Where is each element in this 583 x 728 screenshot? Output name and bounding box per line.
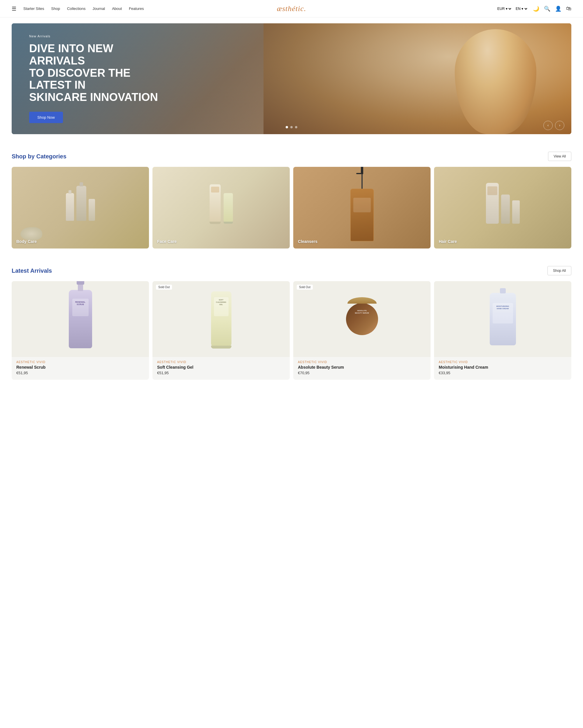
tube-label (211, 187, 219, 192)
body-care-label: Body Care (16, 239, 37, 244)
tube-cap-1 (210, 222, 221, 224)
soft-cleansing-gel-image: Sold Out SOFTCLEANSINGGEL (152, 281, 290, 357)
hair-care-label: Hair Care (439, 239, 457, 244)
product-absolute-beauty-serum[interactable]: Sold Out ABSOLUTEBEAUTY SERUM AESTHETIC … (293, 281, 431, 380)
hero-prev-arrow[interactable]: ‹ (543, 121, 553, 130)
hair-bottle-1 (486, 183, 499, 224)
soft-cleansing-gel-brand: AESTHETIC VIVID (157, 361, 285, 364)
hero-cta-button[interactable]: Shop Now (29, 112, 63, 123)
nav-link-starter-sites[interactable]: Starter Sites (23, 6, 44, 11)
cream-label: MOISTURIZINGHAND CREAM (493, 303, 513, 323)
absolute-beauty-serum-price: €70,95 (298, 371, 426, 375)
moisturising-hand-cream-bottle: MOISTURIZINGHAND CREAM (490, 293, 516, 345)
pump-arm (356, 173, 362, 174)
hero-dot-1[interactable] (286, 126, 288, 128)
renewal-scrub-price: €51,95 (16, 371, 144, 375)
hair-bottle-3 (512, 200, 520, 224)
hair-care-bottles (486, 183, 520, 232)
currency-select[interactable]: EUR ▾ USD ▾ GBP ▾ (496, 6, 512, 11)
currency-language-selector: EUR ▾ USD ▾ GBP ▾ EN ▾ FR ▾ DE ▾ (496, 6, 528, 11)
moisturising-hand-cream-price: €33,95 (439, 371, 567, 375)
absolute-beauty-serum-info: AESTHETIC VIVID Absolute Beauty Serum €7… (293, 357, 431, 375)
face-care-bottles (210, 184, 233, 231)
hero-content: New Arrivals DIVE INTO NEW ARRIVALSTO DI… (12, 23, 181, 134)
search-icon[interactable]: 🔍 (544, 5, 550, 12)
bottle-1 (66, 193, 74, 221)
category-hair-care[interactable]: Hair Care (434, 167, 571, 249)
cleanser-bottle (351, 167, 374, 249)
arrivals-shop-all-button[interactable]: Shop All (548, 266, 571, 275)
category-body-care[interactable]: Body Care (12, 167, 149, 249)
absolute-beauty-serum-bottle: ABSOLUTEBEAUTY SERUM (346, 303, 378, 335)
hero-badge: New Arrivals (29, 34, 163, 38)
hair-bottle-2 (501, 194, 510, 224)
product-renewal-scrub[interactable]: RENEWALSCRUB AESTHETIC VIVID Renewal Scr… (12, 281, 149, 380)
hero-dot-2[interactable] (290, 126, 293, 128)
scrub-label: RENEWALSCRUB (72, 299, 89, 316)
nav-link-features[interactable]: Features (129, 6, 144, 11)
cleanser-fill (351, 189, 373, 241)
categories-title: Shop by Categories (12, 153, 66, 160)
categories-view-all-button[interactable]: View All (548, 152, 571, 161)
pump-stem (361, 174, 363, 189)
soft-cleansing-gel-bottle: SOFTCLEANSINGGEL (211, 291, 231, 347)
account-icon[interactable]: 👤 (555, 5, 561, 12)
category-face-care[interactable]: Face Care (152, 167, 290, 249)
absolute-beauty-serum-brand: AESTHETIC VIVID (298, 361, 426, 364)
renewal-scrub-brand: AESTHETIC VIVID (16, 361, 144, 364)
latest-arrivals-section: Latest Arrivals Shop All RENEWALSCRUB AE… (0, 254, 583, 386)
serum-label-text: ABSOLUTEBEAUTY SERUM (351, 310, 374, 314)
shop-by-categories-section: Shop by Categories View All Body Care (0, 140, 583, 254)
cleanser-label (353, 198, 371, 212)
pump-head (361, 167, 363, 174)
serum-container: ABSOLUTEBEAUTY SERUM (346, 303, 378, 335)
hair-label-1 (488, 186, 497, 195)
hero-section: New Arrivals DIVE INTO NEW ARRIVALSTO DI… (12, 23, 571, 134)
products-grid: RENEWALSCRUB AESTHETIC VIVID Renewal Scr… (12, 281, 571, 380)
cart-icon[interactable]: 🛍 (566, 5, 571, 12)
gel-label-text: SOFTCLEANSINGGEL (214, 299, 228, 306)
gel-label: SOFTCLEANSINGGEL (214, 297, 228, 316)
absolute-beauty-serum-image: Sold Out ABSOLUTEBEAUTY SERUM (293, 281, 431, 357)
language-select[interactable]: EN ▾ FR ▾ DE ▾ (515, 6, 528, 11)
product-moisturising-hand-cream[interactable]: MOISTURIZINGHAND CREAM AESTHETIC VIVID M… (434, 281, 571, 380)
nav-link-collections[interactable]: Collections (67, 6, 86, 11)
renewal-scrub-name: Renewal Scrub (16, 365, 144, 369)
scrub-label-text: RENEWALSCRUB (72, 301, 89, 306)
dark-mode-icon[interactable]: 🌙 (533, 5, 539, 12)
nav-left: ☰ Starter Sites Shop Collections Journal… (12, 5, 144, 12)
renewal-scrub-bottle: RENEWALSCRUB (69, 290, 92, 348)
product-soft-cleansing-gel[interactable]: Sold Out SOFTCLEANSINGGEL AESTHETIC VIVI… (152, 281, 290, 380)
face-care-art (152, 167, 290, 249)
hamburger-menu[interactable]: ☰ (12, 5, 16, 12)
moisturising-hand-cream-brand: AESTHETIC VIVID (439, 361, 567, 364)
tube-cap-2 (224, 222, 233, 224)
categories-grid: Body Care Face Care (12, 167, 571, 249)
arrivals-header: Latest Arrivals Shop All (12, 266, 571, 275)
bottle-cap-1 (68, 190, 72, 194)
main-nav: ☰ Starter Sites Shop Collections Journal… (0, 0, 583, 18)
hero-next-arrow[interactable]: › (555, 121, 564, 130)
moisturising-hand-cream-image: MOISTURIZINGHAND CREAM (434, 281, 571, 357)
moisturising-hand-cream-name: Moisturising Hand Cream (439, 365, 567, 369)
soft-cleansing-gel-info: AESTHETIC VIVID Soft Cleansing Gel €51,9… (152, 357, 290, 375)
soft-cleansing-gel-sold-out-badge: Sold Out (156, 285, 172, 290)
serum-label: ABSOLUTEBEAUTY SERUM (351, 307, 374, 323)
soft-cleansing-gel-price: €51,95 (157, 371, 285, 375)
cream-label-text: MOISTURIZINGHAND CREAM (493, 305, 513, 310)
hair-care-art (434, 167, 571, 249)
bottle-3 (89, 199, 95, 221)
brand-logo[interactable]: æsthétic. (277, 4, 306, 13)
hero-pagination-dots (286, 126, 297, 128)
nav-link-journal[interactable]: Journal (93, 6, 105, 11)
soft-cleansing-gel-name: Soft Cleansing Gel (157, 365, 285, 369)
category-cleansers[interactable]: Cleansers (293, 167, 431, 249)
hero-dot-3[interactable] (295, 126, 297, 128)
tube-bottle-1 (210, 184, 221, 222)
nav-link-shop[interactable]: Shop (51, 6, 60, 11)
cleanser-body (351, 189, 374, 241)
nav-link-about[interactable]: About (112, 6, 122, 11)
cleansers-art (293, 167, 431, 249)
face-care-label: Face Care (157, 239, 177, 244)
categories-header: Shop by Categories View All (12, 152, 571, 161)
